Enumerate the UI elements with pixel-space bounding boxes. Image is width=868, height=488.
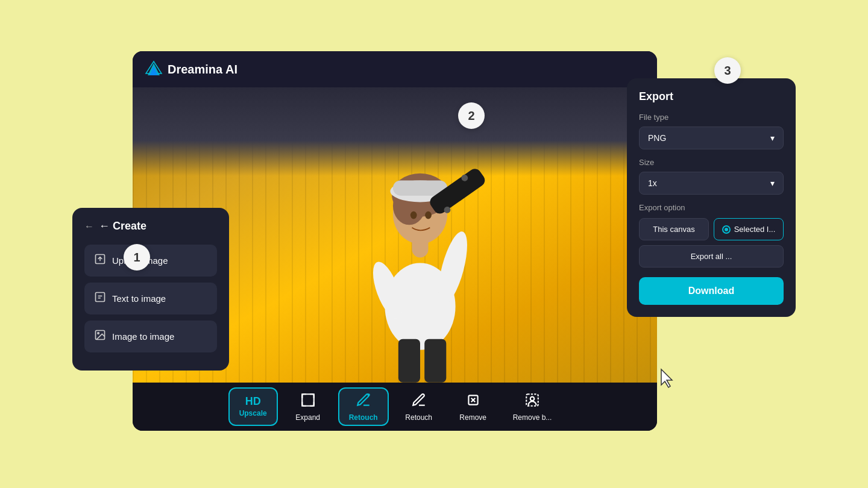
- download-label: Download: [688, 286, 734, 296]
- image-icon: [94, 329, 106, 344]
- panel-header: ← ← Create: [84, 220, 217, 233]
- retouch2-icon: [411, 392, 427, 411]
- text-to-image-label: Text to image: [112, 293, 166, 304]
- file-type-value: PNG: [648, 133, 666, 143]
- step-1-badge: 1: [124, 244, 150, 271]
- svg-point-27: [368, 394, 369, 395]
- expand-icon: [300, 392, 316, 411]
- export-option-label: Export option: [639, 203, 784, 212]
- upload-icon: [94, 253, 106, 268]
- retouch-label: Retouch: [349, 413, 378, 422]
- selected-button[interactable]: Selected I...: [714, 218, 784, 240]
- step-1-number: 1: [133, 251, 140, 264]
- export-all-label: Export all ...: [691, 252, 732, 261]
- svg-point-32: [530, 396, 535, 401]
- retouch-icon: [356, 392, 371, 411]
- svg-rect-2: [96, 293, 105, 302]
- retouch2-button[interactable]: Retouch: [395, 387, 443, 426]
- export-panel: Export File type PNG ▾ Size 1x ▾ Export …: [627, 78, 796, 317]
- expand-label: Expand: [295, 413, 320, 422]
- upload-image-item[interactable]: Upload image: [84, 245, 217, 277]
- export-title: Export: [639, 90, 784, 103]
- chevron-down-icon: ▾: [770, 133, 775, 143]
- step-3-badge: 3: [714, 57, 741, 84]
- svg-rect-24: [398, 339, 420, 383]
- step-2-number: 2: [468, 109, 474, 123]
- image-to-image-item[interactable]: Image to image: [84, 321, 217, 352]
- panel-title: ← Create: [99, 220, 146, 233]
- step-3-number: 3: [724, 64, 731, 78]
- size-select[interactable]: 1x ▾: [639, 172, 784, 195]
- retouch2-label: Retouch: [405, 413, 432, 422]
- create-panel: ← ← Create Upload image Text t: [72, 208, 229, 371]
- remove-button[interactable]: Remove: [449, 387, 497, 426]
- logo-text: Dreamina AI: [168, 63, 237, 77]
- hd-text: HD: [245, 396, 261, 407]
- radio-selected-icon: [722, 225, 731, 234]
- remove-label: Remove: [459, 413, 486, 422]
- logo-area: Dreamina AI: [145, 60, 237, 78]
- size-label: Size: [639, 158, 784, 167]
- file-type-select[interactable]: PNG ▾: [639, 127, 784, 149]
- logo-icon: [145, 60, 163, 78]
- export-all-button[interactable]: Export all ...: [639, 245, 784, 267]
- image-to-image-label: Image to image: [112, 331, 174, 342]
- hd-upscale-button[interactable]: HD Upscale: [228, 387, 278, 426]
- text-to-image-item[interactable]: Text to image: [84, 283, 217, 314]
- size-value: 1x: [648, 178, 657, 188]
- selected-label: Selected I...: [734, 225, 776, 234]
- this-canvas-label: This canvas: [653, 225, 694, 234]
- text-icon: [94, 291, 106, 306]
- chevron-down-icon-2: ▾: [770, 178, 775, 188]
- svg-point-20: [425, 211, 432, 219]
- back-arrow-icon[interactable]: ←: [84, 221, 94, 232]
- download-button[interactable]: Download: [639, 277, 784, 305]
- person-svg: [336, 111, 505, 383]
- person-figure: [336, 111, 505, 383]
- export-options-row: This canvas Selected I...: [639, 218, 784, 240]
- remove-bg-label: Remove b...: [513, 413, 552, 422]
- cursor: [660, 368, 677, 391]
- upscale-label: Upscale: [239, 409, 267, 418]
- file-type-label: File type: [639, 113, 784, 122]
- svg-point-19: [410, 211, 417, 219]
- remove-bg-icon: [524, 392, 540, 411]
- svg-rect-26: [302, 394, 314, 406]
- step-2-badge: 2: [458, 102, 485, 129]
- retouch-button[interactable]: Retouch: [338, 387, 389, 426]
- svg-rect-25: [424, 339, 446, 383]
- bottom-toolbar: HD Upscale Expand: [133, 383, 657, 431]
- expand-button[interactable]: Expand: [284, 387, 332, 426]
- canvas-header: Dreamina AI: [133, 51, 657, 87]
- svg-point-6: [98, 333, 99, 334]
- remove-bg-button[interactable]: Remove b...: [503, 387, 562, 426]
- this-canvas-button[interactable]: This canvas: [639, 218, 709, 240]
- remove-icon: [465, 392, 481, 411]
